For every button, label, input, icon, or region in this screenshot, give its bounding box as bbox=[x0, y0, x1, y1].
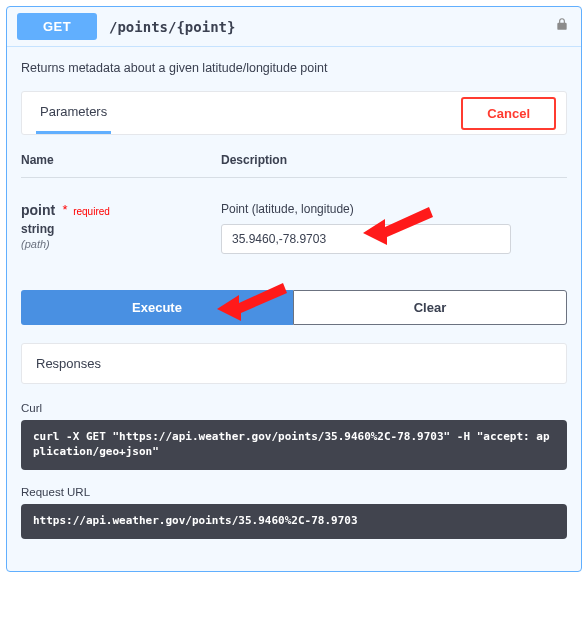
execute-button[interactable]: Execute bbox=[21, 290, 293, 325]
responses-title: Responses bbox=[21, 343, 567, 384]
tab-parameters[interactable]: Parameters bbox=[36, 92, 111, 134]
request-url-output[interactable]: https://api.weather.gov/points/35.9460%2… bbox=[21, 504, 567, 539]
operation-body: Returns metadata about a given latitude/… bbox=[7, 47, 581, 571]
http-method-badge: GET bbox=[17, 13, 97, 40]
parameter-row: point * required string (path) Point (la… bbox=[21, 202, 567, 254]
param-description: Point (latitude, longitude) bbox=[221, 202, 567, 216]
param-name: point bbox=[21, 202, 55, 218]
parameters-section-bar: Parameters Cancel bbox=[21, 91, 567, 135]
endpoint-path: /points/{point} bbox=[109, 19, 235, 35]
required-star-icon: * bbox=[59, 202, 68, 217]
param-in: (path) bbox=[21, 238, 221, 250]
column-header-description: Description bbox=[221, 153, 567, 178]
request-url-label: Request URL bbox=[21, 486, 567, 498]
clear-button[interactable]: Clear bbox=[293, 290, 567, 325]
curl-label: Curl bbox=[21, 402, 567, 414]
operation-header[interactable]: GET /points/{point} bbox=[7, 7, 581, 47]
curl-output[interactable]: curl -X GET "https://api.weather.gov/poi… bbox=[21, 420, 567, 470]
column-header-name: Name bbox=[21, 153, 221, 178]
operation-summary: Returns metadata about a given latitude/… bbox=[21, 61, 567, 75]
param-value-input[interactable] bbox=[221, 224, 511, 254]
param-type: string bbox=[21, 222, 221, 236]
cancel-button[interactable]: Cancel bbox=[461, 97, 556, 130]
required-label: required bbox=[73, 206, 110, 217]
api-operation-panel: GET /points/{point} Returns metadata abo… bbox=[6, 6, 582, 572]
lock-icon[interactable] bbox=[555, 17, 569, 34]
